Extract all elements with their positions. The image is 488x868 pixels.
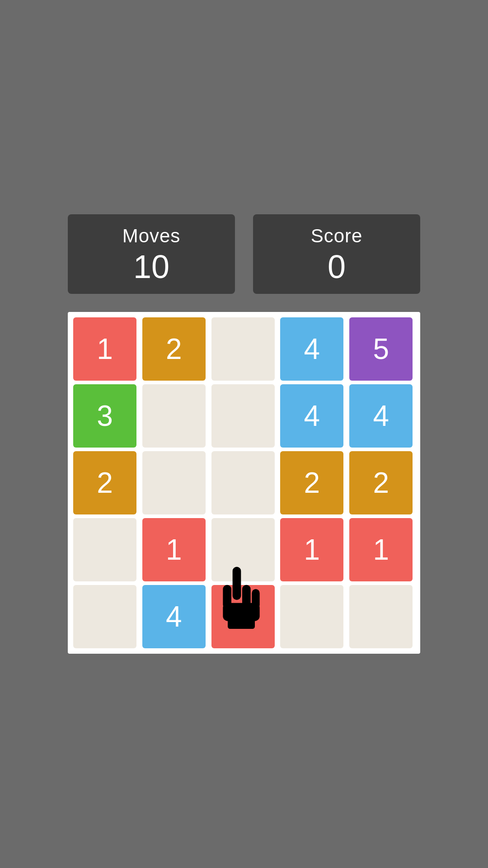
grid-cell-18[interactable]: 1 [280,518,343,581]
game-grid[interactable]: 124534422211141 [73,317,415,648]
grid-cell-9[interactable]: 4 [349,384,413,448]
grid-cell-12 [211,451,275,514]
grid-cell-8[interactable]: 4 [280,384,343,448]
grid-cell-15 [73,518,136,581]
grid-cell-5[interactable]: 3 [73,384,136,448]
moves-box: Moves 10 [68,214,235,294]
grid-cell-17 [211,518,275,581]
score-value: 0 [262,250,411,283]
grid-container: 124534422211141 [68,312,420,654]
moves-label: Moves [77,225,226,247]
grid-cell-6 [142,384,206,448]
grid-cell-20 [73,585,136,648]
grid-cell-3[interactable]: 4 [280,317,343,381]
score-box: Score 0 [253,214,420,294]
moves-value: 10 [77,250,226,283]
score-label: Score [262,225,411,247]
grid-wrapper: 124534422211141 [73,317,415,648]
grid-cell-19[interactable]: 1 [349,518,413,581]
grid-cell-1[interactable]: 2 [142,317,206,381]
grid-cell-0[interactable]: 1 [73,317,136,381]
grid-cell-13[interactable]: 2 [280,451,343,514]
stats-row: Moves 10 Score 0 [68,214,420,294]
grid-cell-24 [349,585,413,648]
grid-cell-7 [211,384,275,448]
grid-cell-16[interactable]: 1 [142,518,206,581]
grid-cell-10[interactable]: 2 [73,451,136,514]
grid-cell-21[interactable]: 4 [142,585,206,648]
grid-cell-22[interactable]: 1 [211,585,275,648]
grid-cell-4[interactable]: 5 [349,317,413,381]
grid-cell-11 [142,451,206,514]
grid-cell-14[interactable]: 2 [349,451,413,514]
grid-cell-23 [280,585,343,648]
grid-cell-2 [211,317,275,381]
